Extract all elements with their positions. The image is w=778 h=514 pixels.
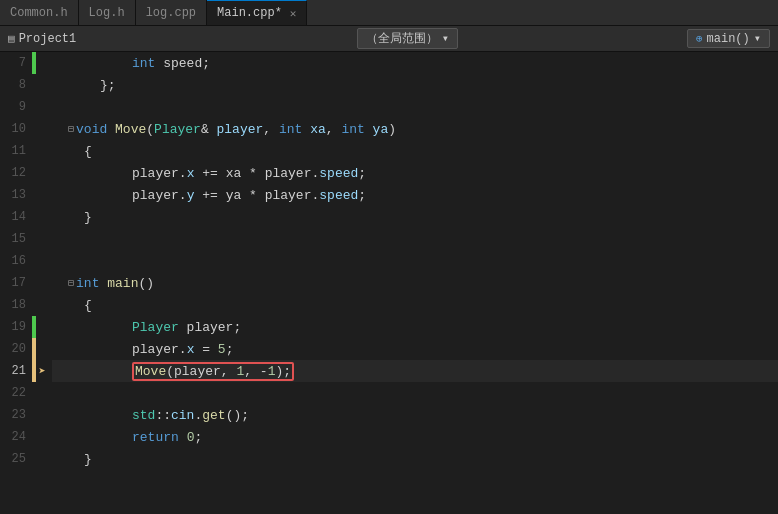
line-row: 8 <box>0 74 48 96</box>
code-line-12: player.x += xa * player.speed; <box>52 162 778 184</box>
code-line-21: Move(player, 1, -1); <box>52 360 778 382</box>
arrow-placeholder <box>36 184 40 206</box>
code-line-16 <box>52 250 778 272</box>
func-dropdown[interactable]: ⊕ main() ▾ <box>687 29 770 48</box>
line-number: 19 <box>0 320 32 334</box>
tab-log-cpp[interactable]: log.cpp <box>136 0 207 25</box>
func-label: main() <box>707 32 750 46</box>
debug-arrow-icon: ➤ <box>36 360 48 382</box>
arrow-placeholder <box>36 52 40 74</box>
collapse-icon[interactable]: ⊟ <box>68 123 74 135</box>
line-number: 12 <box>0 166 32 180</box>
toolbar-left: ▤ Project1 <box>8 32 128 46</box>
arrow-placeholder <box>36 382 40 404</box>
chevron-down-icon: ▾ <box>442 31 449 46</box>
arrow-placeholder <box>36 162 40 184</box>
tab-label: log.cpp <box>146 6 196 20</box>
highlighted-call: Move(player, 1, -1); <box>132 362 294 381</box>
line-number: 7 <box>0 56 32 70</box>
tab-main-cpp[interactable]: Main.cpp* ✕ <box>207 0 307 25</box>
scope-label: （全局范围） <box>366 30 438 47</box>
func-icon: ⊕ <box>696 32 703 45</box>
tab-common-h[interactable]: Common.h <box>0 0 79 25</box>
code-line-24: return 0; <box>52 426 778 448</box>
line-number: 20 <box>0 342 32 356</box>
line-row: 17 <box>0 272 48 294</box>
arrow-placeholder <box>36 426 40 448</box>
line-number: 16 <box>0 254 32 268</box>
arrow-placeholder <box>36 96 40 118</box>
code-area[interactable]: int speed; }; ⊟void Move(Player& player,… <box>48 52 778 514</box>
arrow-placeholder <box>36 448 40 470</box>
line-number: 17 <box>0 276 32 290</box>
line-row: 11 <box>0 140 48 162</box>
code-line-11: { <box>52 140 778 162</box>
arrow-placeholder <box>36 294 40 316</box>
editor: 7 8 9 10 11 12 13 <box>0 52 778 514</box>
line-number: 9 <box>0 100 32 114</box>
code-line-8: }; <box>52 74 778 96</box>
code-line-10: ⊟void Move(Player& player, int xa, int y… <box>52 118 778 140</box>
line-row: 13 <box>0 184 48 206</box>
code-line-13: player.y += ya * player.speed; <box>52 184 778 206</box>
line-row: 14 <box>0 206 48 228</box>
line-row: 19 <box>0 316 48 338</box>
toolbar: ▤ Project1 （全局范围） ▾ ⊕ main() ▾ <box>0 26 778 52</box>
line-gutter: 7 8 9 10 11 12 13 <box>0 52 48 514</box>
line-number: 11 <box>0 144 32 158</box>
line-number: 18 <box>0 298 32 312</box>
code-line-20: player.x = 5; <box>52 338 778 360</box>
arrow-placeholder <box>36 316 40 338</box>
line-number: 23 <box>0 408 32 422</box>
code-line-14: } <box>52 206 778 228</box>
tab-close-icon[interactable]: ✕ <box>290 7 297 20</box>
arrow-placeholder <box>36 74 40 96</box>
line-number: 10 <box>0 122 32 136</box>
code-line-23: std::cin.get(); <box>52 404 778 426</box>
tab-label: Main.cpp* <box>217 6 282 20</box>
code-line-9 <box>52 96 778 118</box>
arrow-placeholder <box>36 250 40 272</box>
line-row: 12 <box>0 162 48 184</box>
tab-log-h[interactable]: Log.h <box>79 0 136 25</box>
chevron-down-icon: ▾ <box>754 31 761 46</box>
line-row: 15 <box>0 228 48 250</box>
line-row: 22 <box>0 382 48 404</box>
code-line-7: int speed; <box>52 52 778 74</box>
toolbar-center: （全局范围） ▾ <box>132 28 683 49</box>
line-number: 24 <box>0 430 32 444</box>
tab-label: Common.h <box>10 6 68 20</box>
line-row: 24 <box>0 426 48 448</box>
code-line-18: { <box>52 294 778 316</box>
arrow-placeholder <box>36 228 40 250</box>
tab-label: Log.h <box>89 6 125 20</box>
line-row: 16 <box>0 250 48 272</box>
line-row: 10 <box>0 118 48 140</box>
line-number: 25 <box>0 452 32 466</box>
arrow-placeholder <box>36 118 40 140</box>
scope-dropdown[interactable]: （全局范围） ▾ <box>357 28 458 49</box>
line-row: 25 <box>0 448 48 470</box>
line-number: 13 <box>0 188 32 202</box>
line-row: 9 <box>0 96 48 118</box>
line-row: 20 <box>0 338 48 360</box>
line-number: 21 <box>0 364 32 378</box>
project-icon: ▤ <box>8 32 15 45</box>
code-line-22 <box>52 382 778 404</box>
collapse-icon[interactable]: ⊟ <box>68 277 74 289</box>
code-line-19: Player player; <box>52 316 778 338</box>
line-row: 7 <box>0 52 48 74</box>
arrow-placeholder <box>36 206 40 228</box>
code-line-15 <box>52 228 778 250</box>
project-label: Project1 <box>19 32 77 46</box>
toolbar-right: ⊕ main() ▾ <box>687 29 770 48</box>
code-line-25: } <box>52 448 778 470</box>
tab-bar: Common.h Log.h log.cpp Main.cpp* ✕ <box>0 0 778 26</box>
arrow-placeholder <box>36 272 40 294</box>
line-row: 23 <box>0 404 48 426</box>
line-row-current: 21 ➤ <box>0 360 48 382</box>
code-line-17: ⊟int main() <box>52 272 778 294</box>
line-number: 22 <box>0 386 32 400</box>
arrow-placeholder <box>36 404 40 426</box>
arrow-placeholder <box>36 140 40 162</box>
